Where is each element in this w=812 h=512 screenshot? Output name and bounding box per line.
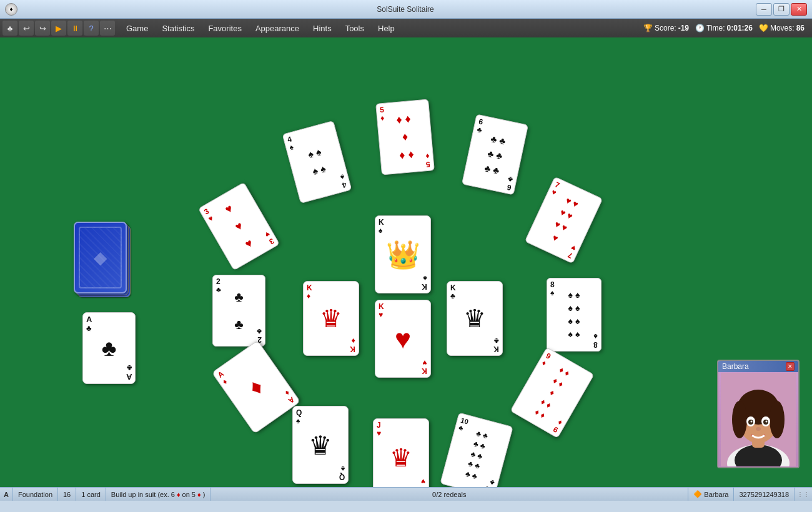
card-deck[interactable]: ◆: [74, 222, 127, 293]
window-controls: ─ ❐ ✕: [756, 3, 807, 16]
time-value: 0:01:26: [727, 24, 753, 32]
king-of-hearts-center[interactable]: K♥ K♥ ♥: [375, 300, 431, 378]
toolbar-icon-5[interactable]: ⏸: [67, 21, 82, 36]
barbara-close-button[interactable]: ✕: [786, 362, 795, 371]
menu-item-tools[interactable]: Tools: [339, 21, 370, 36]
toolbar-icon-4[interactable]: ▶: [51, 21, 66, 36]
toolbar-icon-6[interactable]: ?: [84, 21, 99, 36]
svg-point-6: [732, 401, 747, 438]
trophy-icon: 🏆: [643, 24, 653, 32]
moves-display: 💛 Moves: 86: [759, 24, 805, 32]
five-of-diamonds-top[interactable]: 5♦ 5♦ ♦ ♦♦♦ ♦: [375, 99, 435, 175]
six-of-clubs-upper-right[interactable]: 6♣ 6♣ ♣ ♣♣ ♣♣ ♣: [462, 114, 528, 195]
nine-of-diamonds-right[interactable]: 9♦ 9♦ ♦ ♦♦ ♦♦♦ ♦♦ ♦: [510, 347, 594, 438]
moves-value: 86: [796, 24, 805, 32]
toolbar-icon-2[interactable]: ↩: [19, 21, 34, 36]
menu-item-appearance[interactable]: Appearance: [249, 21, 305, 36]
toolbar-icon-1[interactable]: ♣: [2, 21, 17, 36]
svg-point-14: [756, 427, 761, 431]
menu-item-help[interactable]: Help: [372, 21, 401, 36]
window-title: SolSuite Solitaire: [55, 5, 756, 14]
status-player: 🔶 Barbara: [688, 488, 734, 501]
status-redeals: 0/2 redeals: [210, 488, 688, 501]
game-area[interactable]: ◆ A♣ A♣ ♣ K♠ K♠ 👑 K♥ K♥ ♥ J♥ J♥ ♛ 5♦ 5♦ …: [0, 37, 812, 487]
statusbar: A Foundation 16 1 card Build up in suit …: [0, 487, 812, 501]
ace-of-diamonds-lower[interactable]: A♦ A♦ ♦: [212, 340, 301, 434]
barbara-photo: [718, 372, 798, 467]
four-of-spades[interactable]: 4♠ 4♠ ♠ ♠♠ ♠: [282, 121, 352, 204]
menu-item-statistics[interactable]: Statistics: [156, 21, 201, 36]
status-count: 16: [58, 488, 76, 501]
eight-of-spades[interactable]: 8♠ 8♠ ♠ ♠♠ ♠♠ ♠♠ ♠: [547, 278, 602, 352]
status-right: 🏆 Score: -19 🕐 Time: 0:01:26 💛 Moves: 86: [643, 24, 810, 32]
toolbar-icon-3[interactable]: ↪: [35, 21, 50, 36]
jack-of-hearts-bottom[interactable]: J♥ J♥ ♛: [373, 418, 429, 487]
toolbar-icon-7[interactable]: ⋯: [100, 21, 115, 36]
status-resize[interactable]: ⋮⋮: [795, 488, 812, 501]
status-card-count: 1 card: [76, 488, 106, 501]
score-label: Score:: [655, 24, 676, 32]
menubar: ♣ ↩ ↪ ▶ ⏸ ? ⋯ Game Statistics Favorites …: [0, 19, 812, 37]
ace-of-clubs[interactable]: A♣ A♣ ♣: [82, 312, 136, 384]
barbara-panel-title: Barbara ✕: [718, 361, 798, 372]
restore-button[interactable]: ❐: [773, 3, 790, 16]
svg-point-12: [751, 421, 753, 423]
moves-icon: 💛: [759, 24, 768, 32]
score-display: 🏆 Score: -19: [643, 24, 689, 32]
menu-item-game[interactable]: Game: [120, 21, 154, 36]
king-of-spades-center[interactable]: K♠ K♠ 👑: [375, 215, 431, 293]
clock-icon: 🕐: [695, 24, 705, 32]
score-value: -19: [678, 24, 689, 32]
close-button[interactable]: ✕: [791, 3, 807, 16]
svg-point-13: [766, 421, 768, 423]
time-display: 🕐 Time: 0:01:26: [695, 24, 753, 32]
three-of-hearts[interactable]: 3♥ 3♥ ♥♥♥: [198, 182, 280, 270]
king-of-diamonds[interactable]: K♦ K♦ ♛: [303, 281, 359, 356]
menu-item-favorites[interactable]: Favorites: [202, 21, 247, 36]
king-of-clubs-right[interactable]: K♣ K♣ ♛: [447, 281, 503, 356]
two-of-clubs[interactable]: 2♣ 2♣ ♣♣: [212, 275, 265, 347]
toolbar-icons: ♣ ↩ ↪ ▶ ⏸ ? ⋯: [2, 21, 115, 36]
app-logo: ♦: [5, 3, 17, 16]
minimize-button[interactable]: ─: [756, 3, 772, 16]
status-build-hint: Build up in suit (ex. 6 ♦ on 5 ♦ ): [106, 488, 210, 501]
seven-of-hearts-right[interactable]: 7♥ 7♥ ♥ ♥♥ ♥♥ ♥♥: [525, 176, 603, 263]
menu-item-hints[interactable]: Hints: [307, 21, 338, 36]
svg-point-7: [770, 401, 785, 438]
status-game-number: 3275291249318: [734, 488, 795, 501]
barbara-panel: Barbara ✕: [717, 360, 800, 468]
status-foundation: Foundation: [13, 488, 58, 501]
status-icon: A: [0, 488, 13, 501]
ten-of-clubs-bottom[interactable]: 10♣ 10♣ ♣ ♣♣ ♣♣ ♣♣ ♣♣ ♣: [440, 412, 513, 487]
time-label: Time:: [706, 24, 725, 32]
moves-label: Moves:: [770, 24, 795, 32]
queen-of-spades[interactable]: Q♠ Q♠ ♛: [292, 406, 349, 484]
titlebar: ♦ SolSuite Solitaire ─ ❐ ✕: [0, 0, 812, 19]
